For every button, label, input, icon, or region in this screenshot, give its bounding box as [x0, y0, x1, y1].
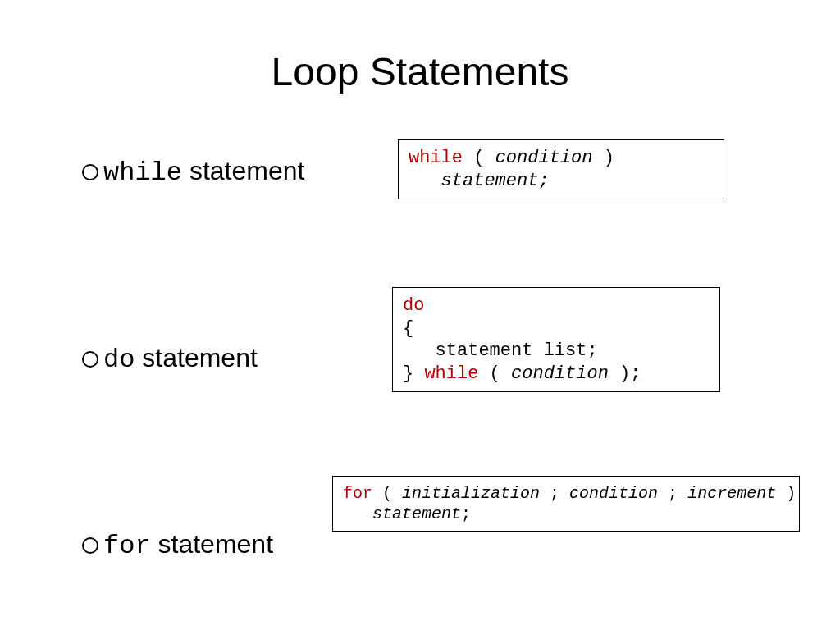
code-placeholder: condition	[511, 363, 609, 384]
code-placeholder: condition	[495, 148, 593, 168]
bullet-marker-icon	[82, 537, 98, 554]
bullet-for: for statement	[82, 529, 273, 561]
code-text: statement list;	[436, 340, 598, 361]
code-keyword: while	[424, 363, 478, 384]
code-text: )	[592, 148, 614, 168]
code-keyword: do	[403, 295, 424, 316]
bullet-marker-icon	[82, 164, 98, 180]
bullet-while: while statement	[82, 156, 304, 188]
code-text: ;	[461, 504, 471, 523]
bullet-text: statement	[182, 156, 304, 185]
code-placeholder: initialization	[402, 484, 540, 503]
code-text: (	[463, 148, 495, 168]
bullet-keyword: do	[103, 345, 135, 375]
codebox-do: do { statement list; } while ( condition…	[392, 287, 720, 392]
bullet-keyword: for	[103, 531, 151, 561]
code-keyword: while	[409, 148, 463, 168]
code-text: }	[403, 363, 424, 384]
code-text: );	[609, 363, 641, 384]
bullet-text: statement	[135, 343, 257, 372]
codebox-for: for ( initialization ; condition ; incre…	[332, 476, 800, 532]
code-indent	[409, 171, 441, 191]
code-indent	[403, 340, 436, 361]
codebox-while: while ( condition ) statement;	[398, 139, 724, 199]
bullet-keyword: while	[103, 158, 182, 188]
bullet-text: statement	[151, 529, 273, 559]
code-text: (	[478, 363, 511, 384]
code-text: (	[372, 484, 402, 503]
slide: Loop Statements while statement while ( …	[0, 0, 840, 630]
code-keyword: for	[343, 484, 372, 503]
code-text: ;	[658, 484, 687, 503]
code-text: ;	[540, 484, 569, 503]
bullet-do: do statement	[82, 343, 258, 375]
code-text: {	[403, 318, 413, 339]
code-placeholder: increment	[687, 484, 776, 503]
code-placeholder: condition	[569, 484, 658, 503]
bullet-marker-icon	[82, 351, 98, 368]
code-placeholder: statement	[372, 504, 461, 523]
code-text: )	[776, 484, 796, 503]
code-indent	[343, 504, 372, 523]
code-placeholder: statement;	[441, 171, 550, 191]
slide-title: Loop Statements	[0, 49, 840, 94]
